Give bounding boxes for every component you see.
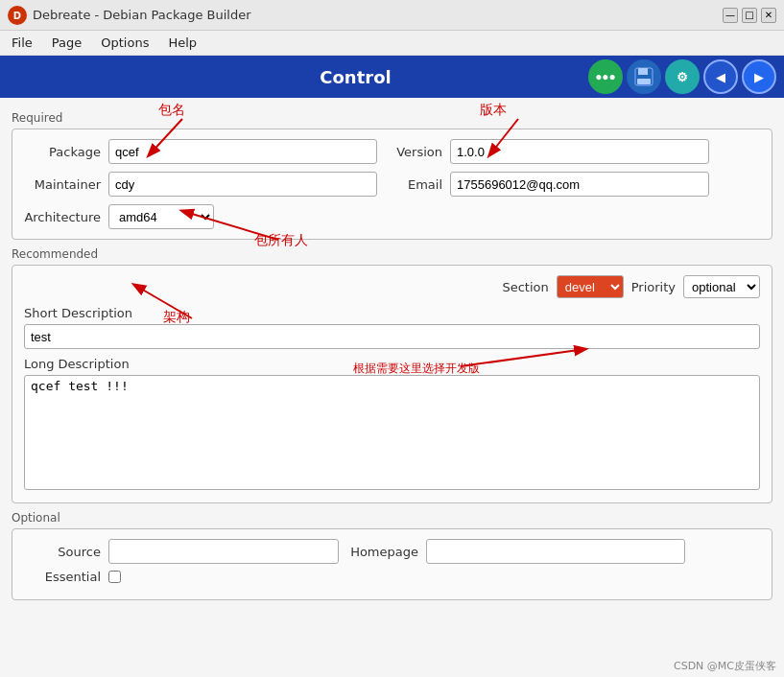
source-input[interactable] <box>108 539 339 564</box>
window-title: Debreate - Debian Package Builder <box>33 8 251 22</box>
main-content: 包名 版本 包所有人 架构 <box>0 98 784 677</box>
title-bar: D Debreate - Debian Package Builder — □ … <box>0 0 784 31</box>
build-button[interactable]: ⚙ <box>665 59 700 94</box>
optional-section-header: Optional <box>12 511 772 525</box>
save-button[interactable] <box>627 59 661 94</box>
package-version-row: Package Version <box>24 139 760 164</box>
email-label: Email <box>385 177 442 192</box>
options-button[interactable]: ●●● <box>588 59 623 94</box>
app-icon: D <box>8 6 27 25</box>
maximize-button[interactable]: □ <box>742 8 757 23</box>
source-label: Source <box>24 545 101 559</box>
svg-rect-4 <box>637 79 651 84</box>
long-description-textarea[interactable]: qcef test !!! <box>24 375 760 490</box>
watermark: CSDN @MC皮蛋侠客 <box>674 659 776 673</box>
package-label: Package <box>24 145 101 159</box>
homepage-input[interactable] <box>426 539 685 564</box>
recommended-section: Section devel admin cli-mono comm databa… <box>12 265 772 503</box>
architecture-label: Architecture <box>24 210 101 224</box>
short-description-input[interactable] <box>24 324 760 349</box>
svg-text:⚙: ⚙ <box>677 70 688 84</box>
essential-checkbox[interactable] <box>108 571 121 583</box>
menu-bar: File Page Options Help <box>0 31 784 56</box>
architecture-select[interactable]: amd64 i386 all any arm64 <box>108 204 214 229</box>
optional-section: Source Homepage Essential <box>12 528 772 600</box>
title-bar-controls[interactable]: — □ ✕ <box>723 8 776 23</box>
homepage-label: Homepage <box>346 545 418 559</box>
svg-rect-3 <box>638 68 648 75</box>
svg-text:D: D <box>13 11 21 21</box>
priority-field-label: Priority <box>631 280 676 294</box>
short-description-label: Short Description <box>24 306 760 320</box>
nav-back-button[interactable]: ◀ <box>703 59 738 94</box>
recommended-section-header: Recommended <box>12 247 772 261</box>
menu-help[interactable]: Help <box>160 34 204 52</box>
maintainer-email-row: Maintainer Email <box>24 172 760 197</box>
required-section-header: Required <box>12 111 772 125</box>
menu-options[interactable]: Options <box>93 34 156 52</box>
minimize-button[interactable]: — <box>723 8 738 23</box>
title-bar-left: D Debreate - Debian Package Builder <box>8 6 251 25</box>
essential-row: Essential <box>24 570 760 584</box>
section-field-label: Section <box>502 280 548 294</box>
maintainer-label: Maintainer <box>24 177 101 192</box>
version-input[interactable] <box>450 139 709 164</box>
section-priority-row: Section devel admin cli-mono comm databa… <box>24 275 760 298</box>
menu-file[interactable]: File <box>4 34 40 52</box>
priority-select[interactable]: optional required important standard ext… <box>683 275 760 298</box>
maintainer-input[interactable] <box>108 172 377 197</box>
essential-label: Essential <box>24 570 101 584</box>
long-description-label: Long Description <box>24 357 760 371</box>
email-input[interactable] <box>450 172 709 197</box>
required-section: Package Version Maintainer Email Archite… <box>12 128 772 240</box>
nav-forward-button[interactable]: ▶ <box>742 59 776 94</box>
version-label: Version <box>385 145 442 159</box>
architecture-row: Architecture amd64 i386 all any arm64 <box>24 204 760 229</box>
header-bar: Control ●●● ⚙ ◀ ▶ <box>0 56 784 98</box>
source-homepage-row: Source Homepage <box>24 539 760 564</box>
page-title: Control <box>123 67 588 87</box>
section-select[interactable]: devel admin cli-mono comm database doc e… <box>557 275 624 298</box>
header-buttons: ●●● ⚙ ◀ ▶ <box>588 59 776 94</box>
close-button[interactable]: ✕ <box>761 8 776 23</box>
package-input[interactable] <box>108 139 377 164</box>
menu-page[interactable]: Page <box>44 34 89 52</box>
